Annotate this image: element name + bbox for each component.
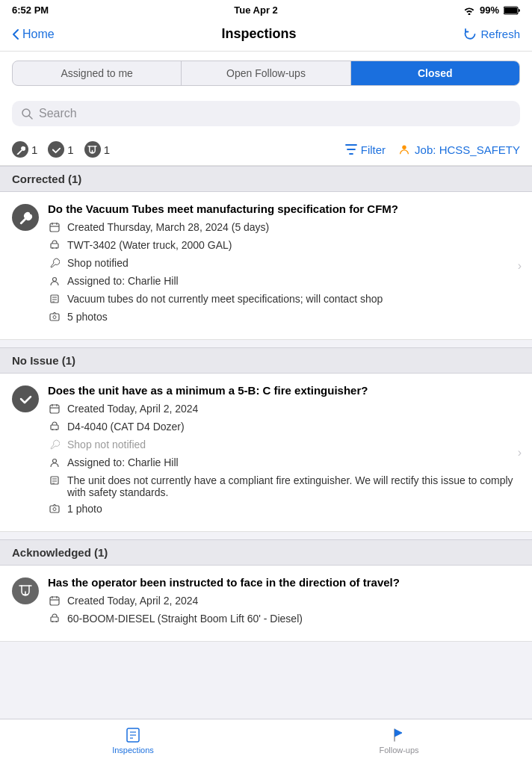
inspections-tab-icon (125, 727, 141, 743)
photo-icon-item1 (48, 312, 61, 324)
back-button[interactable]: Home (12, 28, 55, 41)
card-icon-check (12, 385, 39, 412)
back-label: Home (22, 28, 55, 41)
card-created-item3: Created Today, April 2, 2024 (67, 595, 198, 607)
wrench-icon-badge (12, 141, 28, 158)
job-label: Job: HCSS_SAFETY (415, 143, 520, 156)
notes-icon-item1 (48, 294, 61, 306)
card-created-item1: Created Thursday, March 28, 2024 (5 days… (67, 221, 269, 233)
tab-closed[interactable]: Closed (351, 61, 519, 85)
filter-icon (345, 144, 357, 155)
card-notes-item1: Vacuum tubes do not currently meet speci… (67, 293, 383, 305)
card-row-notes-item2: The unit does not currently have a compl… (48, 474, 520, 498)
filter-button[interactable]: Filter (345, 143, 386, 156)
tab-inspections-label: Inspections (112, 746, 154, 755)
search-container: Search (0, 95, 532, 135)
filter-right: Filter Job: HCSS_SAFETY (345, 143, 520, 156)
svg-rect-1 (504, 7, 517, 13)
wrench-small-icon-item1 (48, 258, 61, 270)
card-item2[interactable]: Does the unit have as a minimum a 5-B: C… (0, 374, 532, 532)
tab-open-followups[interactable]: Open Follow-ups (182, 61, 350, 85)
separator-2 (0, 532, 532, 539)
calendar-icon (48, 222, 61, 235)
svg-point-10 (52, 247, 54, 249)
card-row-notes-item1: Vacuum tubes do not currently meet speci… (48, 293, 520, 306)
section-noissue: No Issue (1) (0, 347, 532, 374)
card-row-assigned-item2: Assigned to: Charlie Hill (48, 456, 520, 470)
svg-point-26 (53, 459, 57, 463)
followups-tab-icon (391, 727, 407, 743)
card-assigned-item1: Assigned to: Charlie Hill (67, 275, 179, 287)
svg-point-32 (53, 508, 56, 511)
person-small-icon-item2 (48, 457, 61, 470)
svg-point-11 (56, 247, 58, 249)
card-item3[interactable]: Has the operator been instructed to face… (0, 566, 532, 642)
card-row-equipment-item3: 60-BOOM-DIESEL (Straight Boom Lift 60' -… (48, 613, 520, 626)
card-equipment-item2: D4-4040 (CAT D4 Dozer) (67, 421, 185, 433)
equipment-icon-item3 (48, 613, 61, 626)
segment-container: Assigned to me Open Follow-ups Closed (0, 52, 532, 95)
person-icon (398, 143, 411, 156)
notes-icon-item2 (48, 475, 61, 488)
card-row-shop-item1: Shop notified (48, 257, 520, 270)
svg-rect-5 (50, 223, 59, 232)
person-small-icon-item1 (48, 276, 61, 288)
svg-rect-37 (51, 617, 58, 622)
tab-followups-label: Follow-ups (379, 746, 418, 755)
chevron-right-item1: › (518, 259, 522, 273)
card-created-item2: Created Today, April 2, 2024 (67, 403, 198, 415)
tab-followups[interactable]: Follow-ups (266, 719, 532, 765)
svg-rect-23 (51, 425, 58, 430)
page-title: Inspections (222, 26, 297, 42)
card-title-item1: Do the Vacuum Tubes meet manufacturing s… (48, 202, 520, 215)
filter-badges: 1 1 1 (12, 141, 110, 158)
status-time: 6:52 PM (12, 4, 49, 16)
card-assigned-item2: Assigned to: Charlie Hill (67, 456, 179, 468)
card-row-equipment-item2: D4-4040 (CAT D4 Dozer) (48, 421, 520, 434)
separator-1 (0, 340, 532, 347)
battery-icon (504, 6, 520, 15)
card-row-photos-item1: 5 photos (48, 311, 520, 324)
svg-point-25 (56, 429, 58, 430)
refresh-icon (463, 28, 477, 41)
search-placeholder: Search (39, 107, 77, 120)
tab-assigned-to-me[interactable]: Assigned to me (13, 61, 182, 85)
card-title-item3: Has the operator been instructed to face… (48, 576, 520, 589)
card-row-photos-item2: 1 photo (48, 503, 520, 516)
card-notes-item2: The unit does not currently have a compl… (67, 474, 520, 498)
tab-inspections[interactable]: Inspections (0, 719, 266, 765)
svg-rect-33 (50, 597, 59, 605)
svg-point-39 (56, 621, 58, 622)
card-content-item1: Do the Vacuum Tubes meet manufacturing s… (48, 202, 520, 329)
card-equipment-item1: TWT-3402 (Water truck, 2000 GAL) (67, 239, 232, 251)
badge-wrench: 1 (12, 141, 37, 158)
photo-icon-item2 (48, 504, 61, 516)
wifi-icon (463, 6, 475, 15)
badge-trophy: 1 (84, 141, 110, 158)
filter-bar: 1 1 1 Filter (0, 135, 532, 166)
svg-point-38 (52, 621, 54, 622)
badge-wrench-count: 1 (31, 143, 37, 156)
wrench-small-icon-item2 (48, 439, 61, 452)
card-photos-item2: 1 photo (67, 503, 102, 515)
card-icon-trophy (12, 577, 39, 604)
job-button[interactable]: Job: HCSS_SAFETY (398, 143, 520, 156)
search-box[interactable]: Search (12, 101, 520, 126)
card-row-assigned-item1: Assigned to: Charlie Hill (48, 275, 520, 288)
card-row-equipment-item1: TWT-3402 (Water truck, 2000 GAL) (48, 239, 520, 253)
nav-bar: Home Inspections Refresh (0, 20, 532, 52)
refresh-button[interactable]: Refresh (463, 28, 520, 41)
card-row-created-item3: Created Today, April 2, 2024 (48, 595, 520, 608)
check-icon-badge (48, 141, 64, 158)
card-item1[interactable]: Do the Vacuum Tubes meet manufacturing s… (0, 192, 532, 340)
svg-rect-31 (50, 506, 59, 512)
chevron-right-item2: › (518, 446, 522, 459)
svg-point-18 (53, 316, 56, 319)
trophy-icon-badge (84, 141, 101, 158)
card-title-item2: Does the unit have as a minimum a 5-B: C… (48, 384, 520, 397)
card-row-shop-item2: Shop not notified (48, 439, 520, 452)
calendar-icon-item3 (48, 595, 61, 608)
segmented-control: Assigned to me Open Follow-ups Closed (12, 61, 520, 86)
card-content-item3: Has the operator been instructed to face… (48, 576, 520, 631)
section-acknowledged: Acknowledged (1) (0, 539, 532, 566)
